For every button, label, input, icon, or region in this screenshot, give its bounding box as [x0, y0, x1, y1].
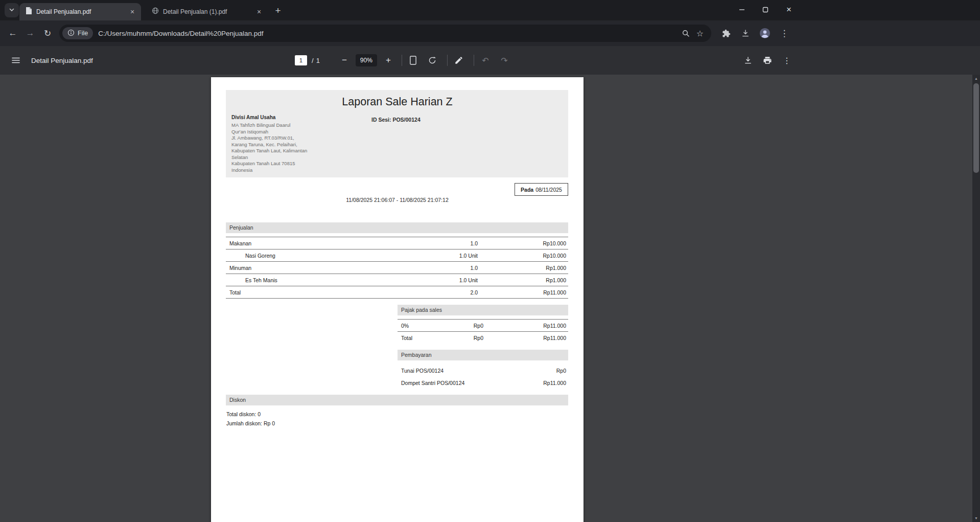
sales-header: Penjualan: [226, 222, 568, 233]
redo-button[interactable]: ↷: [497, 53, 512, 68]
tab-close-icon[interactable]: ×: [254, 7, 264, 16]
pdf-viewer: Laporan Sale Harian Z Divisi Amal Usaha …: [0, 75, 980, 522]
pdf-menu-kebab-icon[interactable]: ⋮: [778, 51, 796, 70]
annotate-pen-icon[interactable]: [451, 53, 466, 68]
profile-avatar[interactable]: [756, 25, 774, 42]
pdf-page: Laporan Sale Harian Z Divisi Amal Usaha …: [211, 77, 584, 522]
maximize-button[interactable]: [754, 0, 777, 19]
rotate-icon[interactable]: [425, 53, 440, 68]
divider: [447, 55, 448, 66]
bookmark-star-icon[interactable]: ☆: [693, 26, 707, 40]
payments-header: Pembayaran: [398, 350, 568, 360]
globe-favicon-icon: [152, 7, 159, 16]
page-number-input[interactable]: [295, 55, 307, 65]
sales-table: Penjualan Makanan 1.0 Rp10.000 Nasi Gore…: [226, 222, 568, 299]
search-icon[interactable]: [679, 26, 693, 40]
browser-toolbar: ← → ↻ File C:/Users/muhmm/Downloads/Deta…: [0, 20, 980, 46]
file-badge[interactable]: File: [62, 27, 93, 39]
table-row: Nasi Goreng 1.0 Unit Rp10.000: [226, 249, 568, 262]
table-row: Tunai POS/00124 Rp0: [398, 365, 568, 377]
table-row: Es Teh Manis 1.0 Unit Rp1.000: [226, 274, 568, 286]
reload-button[interactable]: ↻: [39, 25, 56, 42]
tab-detail-penjualan[interactable]: Detail Penjualan.pdf ×: [19, 3, 141, 20]
tab-title: Detail Penjualan (1).pdf: [163, 8, 250, 15]
table-row: 0% Rp0 Rp11.000: [398, 320, 568, 332]
discount-lines: Total diskon: 0 Jumlah diskon: Rp 0: [226, 410, 275, 428]
address-bar[interactable]: File C:/Users/muhmm/Downloads/Detail%20P…: [59, 25, 711, 42]
info-icon: [67, 29, 75, 38]
toolbar-actions: ⋮: [717, 25, 793, 42]
discount-header: Diskon: [226, 395, 568, 405]
table-row: Minuman 1.0 Rp1.000: [226, 262, 568, 274]
download-icon[interactable]: [739, 51, 757, 70]
scrollbar[interactable]: ▲ ▼: [972, 75, 980, 522]
pdf-document-title: Detail Penjualan.pdf: [31, 57, 93, 64]
sales-total-row: Total 2.0 Rp11.000: [226, 286, 568, 299]
company-address: MA Tahfizh Bilingual Daarul Qur'an Istiq…: [231, 122, 322, 173]
browser-menu-kebab-icon[interactable]: ⋮: [776, 25, 793, 42]
report-date-box: Pada 08/11/2025: [515, 183, 568, 196]
tax-table: Pajak pada sales 0% Rp0 Rp11.000 Total R…: [398, 305, 568, 344]
url-text[interactable]: C:/Users/muhmm/Downloads/Detail%20Penjua…: [98, 30, 679, 37]
minimize-icon: [739, 6, 745, 14]
divider: [402, 55, 402, 66]
tab-title: Detail Penjualan.pdf: [36, 8, 124, 15]
chevron-down-icon: [9, 7, 15, 14]
back-button[interactable]: ←: [4, 25, 21, 42]
page-count: /1: [312, 57, 320, 64]
pdf-favicon-icon: [25, 7, 32, 17]
close-window-button[interactable]: ×: [777, 0, 801, 19]
session-id: ID Sesi: POS/00124: [371, 117, 421, 123]
pdf-toolbar: Detail Penjualan.pdf /1 − 90% + ↶ ↷: [0, 46, 980, 75]
discount-section: Diskon: [226, 395, 568, 405]
menu-hamburger-icon[interactable]: [8, 53, 24, 68]
zoom-out-button[interactable]: −: [338, 54, 351, 66]
divider: [474, 55, 474, 66]
payments-table: Pembayaran Tunai POS/00124 Rp0 Dompet Sa…: [398, 350, 568, 389]
maximize-icon: [762, 6, 768, 14]
tab-strip: Detail Penjualan.pdf × Detail Penjualan …: [0, 0, 980, 20]
extensions-icon[interactable]: [717, 25, 735, 42]
zoom-level: 90%: [356, 54, 377, 66]
print-icon[interactable]: [758, 51, 777, 70]
fit-page-icon[interactable]: [406, 53, 421, 68]
window-controls: ×: [730, 0, 801, 19]
table-row: Makanan 1.0 Rp10.000: [226, 237, 568, 249]
tab-detail-penjualan-1[interactable]: Detail Penjualan (1).pdf ×: [146, 3, 268, 20]
tab-search-button[interactable]: [5, 3, 19, 17]
scroll-down-icon[interactable]: ▼: [972, 514, 980, 522]
forward-button[interactable]: →: [21, 25, 39, 42]
session-period: 11/08/2025 21:06:07 - 11/08/2025 21:07:1…: [211, 197, 584, 203]
scroll-up-icon[interactable]: ▲: [972, 75, 980, 82]
file-badge-label: File: [78, 30, 88, 37]
minimize-button[interactable]: [730, 0, 754, 19]
new-tab-button[interactable]: +: [271, 4, 285, 17]
report-title: Laporan Sale Harian Z: [211, 96, 584, 108]
scrollbar-thumb[interactable]: [973, 83, 979, 173]
zoom-in-button[interactable]: +: [382, 54, 394, 66]
company-name: Divisi Amal Usaha: [231, 115, 275, 120]
browser-window: Detail Penjualan.pdf × Detail Penjualan …: [0, 0, 980, 522]
tab-close-icon[interactable]: ×: [128, 7, 137, 16]
tax-header: Pajak pada sales: [398, 305, 568, 315]
table-row: Dompet Santri POS/00124 Rp11.000: [398, 377, 568, 389]
undo-button[interactable]: ↶: [478, 53, 493, 68]
tax-total-row: Total Rp0 Rp11.000: [398, 332, 568, 344]
downloads-icon[interactable]: [737, 25, 754, 42]
